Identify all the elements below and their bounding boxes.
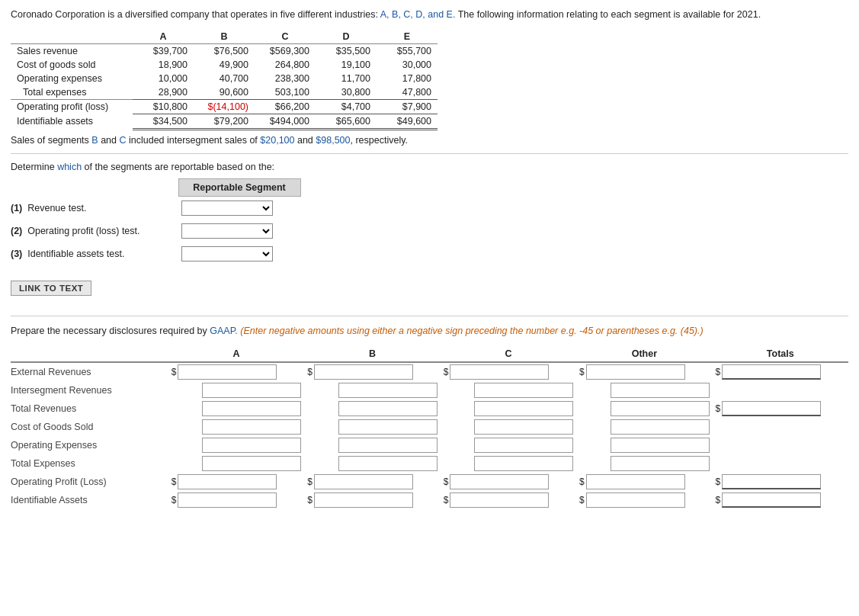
input-a-total-exp[interactable]: [202, 456, 301, 471]
input-c-total-rev[interactable]: [474, 401, 573, 416]
dollar-sign: $: [579, 367, 585, 377]
determine-title: Determine which of the segments are repo…: [11, 162, 848, 172]
dollar-sign: $: [716, 403, 721, 414]
disc-cell-c-op-profit[interactable]: $: [441, 473, 576, 491]
input-c-op-profit[interactable]: [450, 474, 549, 489]
input-c-total-exp[interactable]: [474, 456, 573, 471]
disc-cell-totals-total-rev[interactable]: $: [713, 399, 848, 418]
input-b-op-exp[interactable]: [338, 438, 438, 453]
input-other-op-exp[interactable]: [611, 438, 710, 453]
test-row-1: (1) Revenue test. A, B, C B, C A, C C: [11, 196, 300, 220]
dollar-sign: $: [171, 495, 177, 505]
disc-cell-b-total-rev[interactable]: [304, 399, 440, 418]
disc-cell-a-op-exp[interactable]: [168, 436, 304, 454]
disc-cell-totals-op-exp: [713, 436, 848, 454]
disc-row-id-assets: Identifiable Assets $ $ $: [11, 491, 848, 509]
input-other-total-rev[interactable]: [611, 401, 710, 416]
highlight-industries: A, B, C, D, and E.: [380, 9, 456, 20]
input-c-inter-rev[interactable]: [474, 383, 573, 398]
disc-cell-other-total-rev[interactable]: [576, 399, 712, 418]
disc-cell-b-inter-rev[interactable]: [304, 381, 440, 399]
disc-cell-a-inter-rev[interactable]: [168, 381, 304, 399]
input-b-op-profit[interactable]: [314, 474, 413, 489]
disc-cell-a-op-profit[interactable]: $: [168, 473, 304, 491]
disc-cell-other-cogs[interactable]: [576, 418, 712, 436]
input-totals-id-assets[interactable]: [722, 492, 821, 508]
disc-cell-totals-inter-rev: [713, 381, 848, 399]
test3-select[interactable]: A, B, C B, C A, C C: [181, 246, 273, 261]
disc-cell-c-op-exp[interactable]: [441, 436, 576, 454]
input-a-id-assets[interactable]: [178, 492, 277, 508]
input-totals-total-rev[interactable]: [722, 401, 821, 416]
disc-cell-c-total-exp[interactable]: [441, 454, 576, 473]
input-b-total-exp[interactable]: [338, 456, 438, 471]
input-a-ext-rev[interactable]: [178, 364, 277, 380]
test2-input-cell[interactable]: A, B, C B, C A, C C: [178, 220, 300, 242]
input-other-cogs[interactable]: [611, 419, 710, 435]
input-totals-ext-rev[interactable]: [722, 364, 821, 380]
disc-cell-a-ext-rev[interactable]: $: [168, 362, 304, 381]
disc-row-external-revenues: External Revenues $ $ $: [11, 362, 848, 381]
disc-cell-b-op-profit[interactable]: $: [304, 473, 440, 491]
segment-data-table: A B C D E Sales revenue $39,700 $76,500 …: [11, 30, 438, 130]
dollar-sign: $: [307, 476, 313, 487]
disc-table-headers: A B C Other Totals: [11, 346, 848, 362]
link-to-text-button[interactable]: LINK TO TEXT: [11, 281, 91, 296]
disc-cell-c-cogs[interactable]: [441, 418, 576, 436]
disc-cell-b-id-assets[interactable]: $: [304, 491, 440, 509]
disc-cell-b-op-exp[interactable]: [304, 436, 440, 454]
disc-cell-other-inter-rev[interactable]: [576, 381, 712, 399]
disc-cell-b-ext-rev[interactable]: $: [304, 362, 440, 381]
disc-cell-a-total-rev[interactable]: [168, 399, 304, 418]
input-totals-op-profit[interactable]: [722, 474, 821, 489]
input-other-ext-rev[interactable]: [586, 364, 685, 380]
input-c-id-assets[interactable]: [450, 492, 549, 508]
disc-cell-other-op-profit[interactable]: $: [576, 473, 712, 491]
input-other-total-exp[interactable]: [611, 456, 710, 471]
disc-cell-a-total-exp[interactable]: [168, 454, 304, 473]
disc-cell-totals-id-assets[interactable]: $: [713, 491, 848, 509]
input-other-op-profit[interactable]: [586, 474, 685, 489]
dollar-sign: $: [716, 476, 721, 487]
disc-cell-a-cogs[interactable]: [168, 418, 304, 436]
disc-cell-c-ext-rev[interactable]: $: [441, 362, 576, 381]
input-c-cogs[interactable]: [474, 419, 573, 435]
disc-col-c-header: C: [441, 346, 576, 362]
input-a-cogs[interactable]: [202, 419, 301, 435]
test1-input-cell[interactable]: A, B, C B, C A, C C: [178, 196, 300, 220]
disc-cell-b-cogs[interactable]: [304, 418, 440, 436]
dollar-sign: $: [307, 367, 313, 377]
input-b-ext-rev[interactable]: [314, 364, 413, 380]
disc-cell-a-id-assets[interactable]: $: [168, 491, 304, 509]
disc-cell-c-id-assets[interactable]: $: [441, 491, 576, 509]
test1-select[interactable]: A, B, C B, C A, C C: [181, 201, 273, 216]
disc-cell-other-id-assets[interactable]: $: [576, 491, 712, 509]
section-divider-1: [11, 153, 848, 154]
input-c-op-exp[interactable]: [474, 438, 573, 453]
input-b-inter-rev[interactable]: [338, 383, 438, 398]
input-b-total-rev[interactable]: [338, 401, 438, 416]
disc-cell-c-inter-rev[interactable]: [441, 381, 576, 399]
disc-cell-totals-ext-rev[interactable]: $: [713, 362, 848, 381]
section-divider-2: [11, 316, 848, 316]
test2-select[interactable]: A, B, C B, C A, C C: [181, 223, 273, 239]
dollar-sign: $: [171, 476, 177, 487]
input-a-op-exp[interactable]: [202, 438, 301, 453]
input-a-op-profit[interactable]: [178, 474, 277, 489]
input-a-total-rev[interactable]: [202, 401, 301, 416]
test3-input-cell[interactable]: A, B, C B, C A, C C: [178, 242, 300, 265]
dollar-sign: $: [171, 367, 177, 377]
input-a-inter-rev[interactable]: [202, 383, 301, 398]
row-sales-revenue: Sales revenue $39,700 $76,500 $569,300 $…: [11, 43, 438, 58]
disc-cell-totals-op-profit[interactable]: $: [713, 473, 848, 491]
disc-cell-other-total-exp[interactable]: [576, 454, 712, 473]
disc-cell-other-ext-rev[interactable]: $: [576, 362, 712, 381]
input-b-id-assets[interactable]: [314, 492, 413, 508]
input-other-id-assets[interactable]: [586, 492, 685, 508]
disc-cell-c-total-rev[interactable]: [441, 399, 576, 418]
disc-cell-other-op-exp[interactable]: [576, 436, 712, 454]
input-other-inter-rev[interactable]: [611, 383, 710, 398]
input-c-ext-rev[interactable]: [450, 364, 549, 380]
disc-cell-b-total-exp[interactable]: [304, 454, 440, 473]
input-b-cogs[interactable]: [338, 419, 438, 435]
